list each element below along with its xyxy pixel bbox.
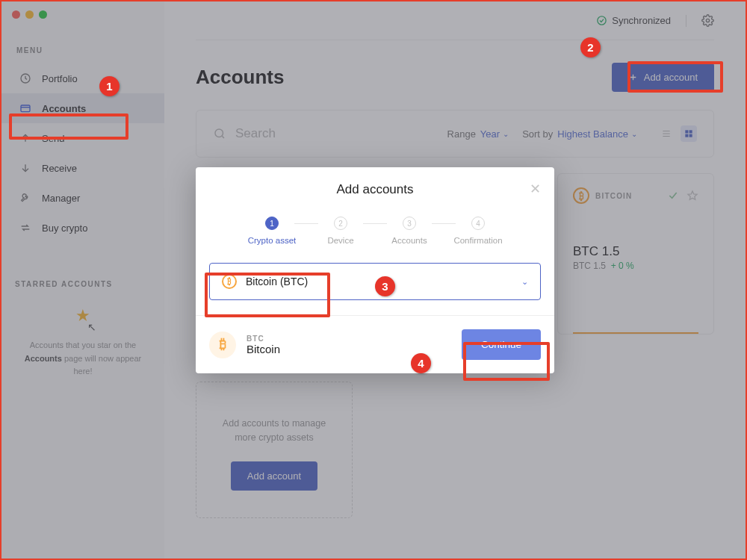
annotation-badge-4: 4 (411, 353, 431, 373)
annotation-box-4 (463, 342, 550, 381)
step-number-icon: 4 (471, 217, 485, 230)
annotation-badge-2: 2 (580, 37, 601, 57)
annotation-badge-3: 3 (375, 276, 395, 296)
step-accounts: 3 Accounts (372, 217, 447, 245)
annotation-box-2 (627, 61, 723, 93)
annotation-box-3 (205, 273, 330, 317)
step-label: Crypto asset (248, 236, 297, 245)
step-label: Accounts (391, 236, 427, 245)
step-number-icon: 1 (265, 217, 279, 230)
step-label: Device (327, 236, 353, 245)
step-device: 2 Device (303, 217, 378, 245)
annotation-badge-1: 1 (99, 76, 120, 96)
step-number-icon: 3 (403, 217, 416, 230)
step-label: Confirmation (453, 236, 502, 245)
modal-title: Add accounts (336, 182, 413, 196)
footer-coin-name: Bitcoin (247, 343, 280, 355)
bitcoin-icon: ₿ (209, 332, 236, 358)
chevron-down-icon: ⌄ (521, 277, 528, 287)
step-number-icon: 2 (334, 217, 347, 230)
step-confirmation: 4 Confirmation (441, 217, 515, 245)
close-icon[interactable]: ✕ (530, 181, 541, 197)
modal-stepper: 1 Crypto asset 2 Device 3 Accounts 4 Con… (196, 203, 554, 263)
step-crypto-asset: 1 Crypto asset (235, 217, 309, 245)
annotation-box-1 (9, 113, 128, 140)
footer-ticker: BTC (247, 335, 280, 343)
